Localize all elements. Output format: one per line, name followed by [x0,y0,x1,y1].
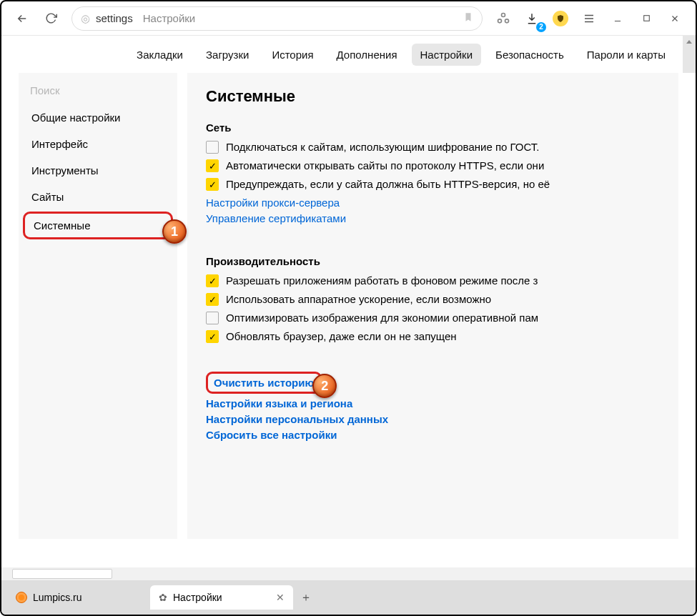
gear-icon: ✿ [159,592,167,603]
nav-bookmarks[interactable]: Закладки [128,44,192,66]
sidebar-item-system-label: Системные [34,219,90,232]
downloads-badge: 2 [536,22,546,32]
tab-lumpics[interactable]: Lumpics.ru [7,585,150,610]
window-maximize-button[interactable] [634,6,658,31]
section-network-title: Сеть [206,121,678,134]
annotation-marker-2: 2 [312,374,337,398]
tab-label: Lumpics.ru [33,592,81,603]
checkbox-icon[interactable]: ✓ [206,330,219,343]
downloads-button[interactable]: 2 [520,6,544,31]
svg-point-2 [505,19,509,22]
tab-label: Настройки [173,592,222,603]
yandex-services-icon[interactable] [491,6,515,31]
settings-body: Общие настройки Интерфейс Инструменты Са… [1,73,696,549]
settings-main-panel: Системные Сеть Подключаться к сайтам, ис… [187,73,678,539]
link-certificates[interactable]: Управление сертификатами [206,212,678,224]
option-https-auto[interactable]: ✓Автоматически открывать сайты по проток… [206,159,678,172]
link-reset-settings[interactable]: Сбросить все настройки [206,429,678,441]
scrollbar-thumb[interactable] [12,569,112,579]
link-language-region[interactable]: Настройки языка и региона [206,397,678,409]
link-proxy-settings[interactable]: Настройки прокси-сервера [206,197,678,209]
option-gost[interactable]: Подключаться к сайтам, использующим шифр… [206,141,678,154]
svg-point-0 [502,13,505,16]
nav-history[interactable]: История [263,44,322,66]
checkbox-icon[interactable] [206,312,219,324]
main-menu-button[interactable] [577,6,601,31]
settings-search-input[interactable] [30,84,166,96]
bookmark-icon[interactable] [463,11,473,25]
svg-point-1 [498,19,502,22]
browser-toolbar: ◎ settings Настройки 2 [1,1,696,36]
address-bar[interactable]: ◎ settings Настройки [71,6,483,31]
back-button[interactable] [10,6,34,31]
favicon-lumpics-icon [16,592,27,603]
nav-security[interactable]: Безопасность [487,44,573,66]
checkbox-icon[interactable]: ✓ [206,178,219,191]
site-info-icon[interactable]: ◎ [81,12,90,25]
url-page-title: Настройки [143,12,196,24]
highlight-clear-history: Очистить историю 2 [206,372,322,394]
reload-button[interactable] [39,6,63,31]
checkbox-icon[interactable] [206,141,219,154]
horizontal-scrollbar[interactable] [1,567,696,580]
svg-rect-3 [643,16,649,21]
checkbox-icon[interactable]: ✓ [206,293,219,306]
page-title: Системные [206,87,678,106]
nav-passwords[interactable]: Пароли и карты [578,44,674,66]
section-performance-title: Производительность [206,255,678,267]
checkbox-icon[interactable]: ✓ [206,274,219,287]
nav-downloads[interactable]: Загрузки [197,44,257,66]
settings-sidebar: Общие настройки Интерфейс Инструменты Са… [19,73,177,539]
url-scheme: settings [96,12,133,24]
sidebar-item-sites[interactable]: Сайты [19,184,177,210]
nav-addons[interactable]: Дополнения [328,44,406,66]
option-hw-accel[interactable]: ✓Использовать аппаратное ускорение, если… [206,293,678,306]
window-minimize-button[interactable] [605,6,630,31]
link-clear-history[interactable]: Очистить историю [214,377,314,389]
checkbox-icon[interactable]: ✓ [206,159,219,172]
nav-settings[interactable]: Настройки [412,44,482,66]
tab-settings[interactable]: ✿ Настройки ✕ [150,585,293,610]
sidebar-item-interface[interactable]: Интерфейс [19,131,177,157]
new-tab-button[interactable]: ＋ [293,585,319,610]
option-update-closed[interactable]: ✓Обновлять браузер, даже если он не запу… [206,330,678,343]
window-close-button[interactable] [663,6,687,31]
settings-search[interactable] [30,84,166,97]
option-optimize-images[interactable]: Оптимизировать изображения для экономии … [206,312,678,324]
annotation-marker-1: 1 [162,219,187,244]
tab-close-button[interactable]: ✕ [276,592,285,603]
option-background-apps[interactable]: ✓Разрешать приложениям работать в фоново… [206,274,678,287]
sidebar-item-system[interactable]: Системные 1 [23,212,173,239]
tab-strip: Lumpics.ru ✿ Настройки ✕ ＋ [1,580,696,615]
settings-top-nav: Закладки Загрузки История Дополнения Нас… [1,36,696,73]
sidebar-item-general[interactable]: Общие настройки [19,104,177,131]
extension-shield-icon[interactable] [548,6,573,31]
sidebar-item-tools[interactable]: Инструменты [19,157,177,184]
page-scrollbar-up[interactable] [683,36,696,73]
option-https-warn[interactable]: ✓Предупреждать, если у сайта должна быть… [206,178,678,191]
link-personal-data[interactable]: Настройки персональных данных [206,413,678,425]
